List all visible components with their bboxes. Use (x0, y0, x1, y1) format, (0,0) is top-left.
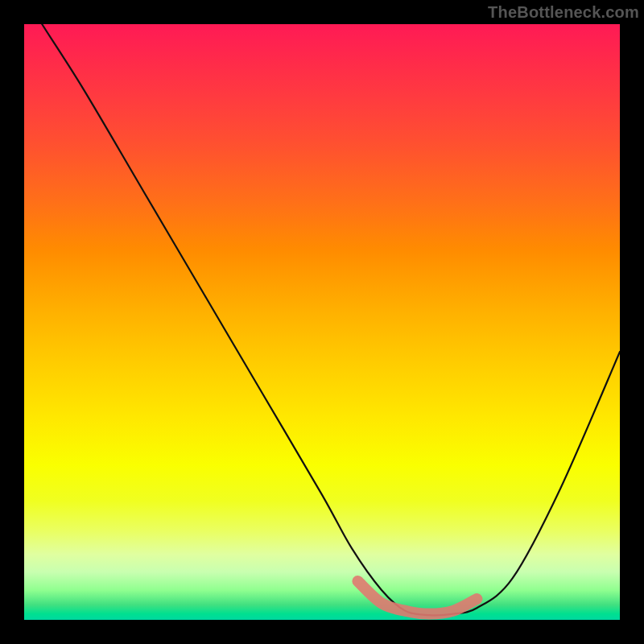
chart-frame: TheBottleneck.com (0, 0, 644, 644)
bottleneck-curve (24, 24, 620, 615)
highlight-band (357, 581, 477, 614)
chart-svg (24, 24, 620, 620)
watermark-text: TheBottleneck.com (488, 3, 639, 22)
plot-area (24, 24, 620, 620)
